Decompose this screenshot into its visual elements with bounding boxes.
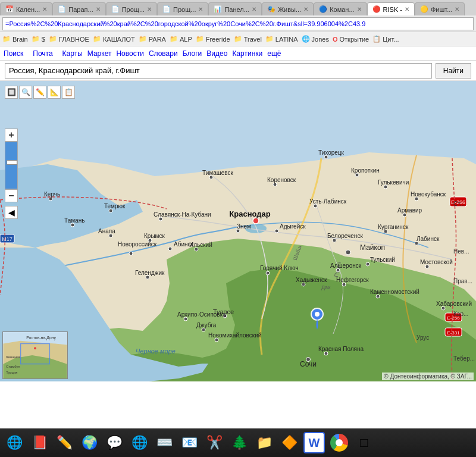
tab-tab1[interactable]: 📅Кален...✕ — [0, 2, 52, 15]
map-tool-2[interactable]: 🔍 — [19, 86, 32, 99]
skype-icon[interactable]: 💬 — [104, 432, 125, 453]
tab-tab8[interactable]: 🔴RISK -✕ — [367, 2, 415, 15]
cone-icon[interactable]: 🔶 — [278, 432, 300, 453]
keyboard-icon[interactable]: ⌨️ — [154, 432, 175, 453]
svg-text:Дах: Дах — [321, 284, 331, 290]
svg-text:Темрюк: Темрюк — [104, 203, 126, 209]
map-container[interactable]: Шебш Пшиш Дах E-266 E-256 E-331 M17 Крас… — [0, 81, 476, 381]
search-button[interactable]: Найти — [436, 63, 471, 79]
nav-link-5[interactable]: Словари — [149, 49, 178, 58]
bookmark-freeride[interactable]: 📁Freeride — [196, 35, 230, 43]
svg-text:Нев...: Нев... — [453, 248, 469, 255]
nav-bar: Поиск Почта КартыМаркетНовостиСловариБло… — [0, 46, 476, 61]
attribution-text: © Донтеоинформатика, © ЗАГ... — [382, 373, 474, 380]
bookmark-para[interactable]: 📁PARA — [139, 35, 166, 43]
svg-text:Тамань: Тамань — [64, 217, 84, 224]
address-bar-row — [0, 15, 476, 32]
map-toolbar: 🔲 🔍 ✏️ 📐 📋 — [5, 86, 75, 99]
bookmark-brain[interactable]: 📁Brain — [2, 35, 28, 43]
bookmark-[interactable]: 📁$ — [32, 35, 45, 43]
svg-text:Ростов-на-Дону: Ростов-на-Дону — [26, 336, 56, 340]
zoom-handle[interactable] — [7, 160, 17, 165]
tree-icon[interactable]: 🌲 — [228, 432, 250, 453]
svg-text:Джубга: Джубга — [196, 322, 217, 328]
map-tool-4[interactable]: 📐 — [48, 86, 61, 99]
app-icon[interactable]: □ — [353, 432, 375, 453]
svg-text:E-331: E-331 — [447, 330, 460, 336]
svg-point-108 — [34, 347, 36, 349]
map-search-input[interactable] — [5, 63, 432, 79]
bookmark-jones[interactable]: 🌐Jones — [302, 35, 329, 43]
bookmark-latina[interactable]: 📁LATINA — [265, 35, 298, 43]
svg-point-56 — [275, 229, 278, 233]
nav-link-0[interactable]: Поиск — [4, 49, 23, 58]
svg-text:M17: M17 — [2, 236, 12, 242]
nav-link-2[interactable]: Карты — [62, 49, 83, 58]
map-tool-1[interactable]: 🔲 — [5, 86, 18, 99]
nav-link-7[interactable]: Видео — [206, 49, 227, 58]
svg-text:Черное море: Черное море — [136, 348, 176, 355]
svg-text:Кореновск: Кореновск — [267, 177, 296, 183]
nav-link-4[interactable]: Новости — [116, 49, 143, 58]
svg-text:Хадыженск: Хадыженск — [296, 277, 327, 283]
svg-text:Прав...: Прав... — [453, 278, 472, 284]
nav-link-3[interactable]: Маркет — [87, 49, 112, 58]
tab-tab5[interactable]: 📊Панел...✕ — [208, 2, 261, 15]
address-input[interactable] — [2, 17, 474, 30]
bookmarks-bar: 📁Brain📁$📁ГЛАВНОЕ📁КАШАЛОТ📁PARA📁ALP📁Freeri… — [0, 32, 476, 46]
tab-tab3[interactable]: 📄Прощ...✕ — [106, 2, 157, 15]
svg-text:Новомихайловский: Новомихайловский — [208, 332, 261, 339]
nav-link-9[interactable]: ещё — [267, 49, 281, 58]
svg-text:Гулькевичи: Гулькевичи — [378, 179, 409, 186]
earth-icon[interactable]: 🌐 — [4, 432, 25, 453]
svg-text:Нефтегорск: Нефтегорск — [336, 277, 369, 283]
svg-text:Тульский: Тульский — [370, 256, 395, 263]
globe-icon[interactable]: 🌍 — [79, 432, 100, 453]
tab-tab6[interactable]: 🎭Живы...✕ — [262, 2, 314, 15]
nav-link-8[interactable]: Картинки — [232, 49, 262, 58]
scissors-icon[interactable]: ✂️ — [203, 432, 225, 453]
book-icon[interactable]: 📕 — [29, 432, 50, 453]
svg-point-60 — [168, 247, 172, 251]
nav-link-1[interactable]: Почта — [33, 49, 52, 58]
folder-icon[interactable]: 📁 — [253, 432, 275, 453]
word-icon[interactable]: W — [303, 432, 325, 453]
svg-point-54 — [266, 271, 270, 275]
mail-icon[interactable]: 📧 — [178, 432, 200, 453]
svg-point-104 — [315, 312, 320, 317]
tab-tab7[interactable]: 🔵Коман...✕ — [314, 2, 367, 15]
map-tool-3[interactable]: ✏️ — [33, 86, 46, 99]
map-tool-5[interactable]: 📋 — [62, 86, 75, 99]
bookmark-alp[interactable]: 📁ALP — [170, 35, 192, 43]
zoom-in-button[interactable]: + — [5, 129, 18, 142]
tab-tab4[interactable]: 📄Прощ...✕ — [157, 2, 208, 15]
zoom-out-button[interactable]: − — [5, 189, 18, 202]
tab-tab9[interactable]: 🟡Фишт...✕ — [415, 2, 465, 15]
svg-text:Горячий Ключ: Горячий Ключ — [260, 265, 298, 271]
svg-text:Ст...: Ст... — [453, 201, 465, 207]
bookmark-[interactable]: 📁КАШАЛОТ — [93, 35, 135, 43]
svg-point-26 — [129, 252, 133, 255]
nav-link-6[interactable]: Блоги — [183, 49, 202, 58]
bookmark-[interactable]: 📁ГЛАВНОЕ — [49, 35, 89, 43]
svg-text:Майкоп: Майкоп — [360, 243, 385, 252]
svg-text:Знем: Знем — [237, 223, 251, 230]
globe2-icon[interactable]: 🌐 — [129, 432, 150, 453]
tab-tab2[interactable]: 📄Парап...✕ — [52, 2, 105, 15]
svg-point-22 — [346, 250, 350, 255]
pen-icon[interactable]: ✏️ — [54, 432, 75, 453]
bookmark-[interactable]: OОткрытие — [333, 36, 369, 43]
sidebar-toggle-button[interactable]: ◀ — [5, 206, 18, 219]
tab-bar: 📅Кален...✕📄Парап...✕📄Прощ...✕📄Прощ...✕📊П… — [0, 0, 476, 15]
svg-text:Тимашевск: Тимашевск — [202, 170, 233, 176]
chrome-icon[interactable] — [328, 432, 350, 453]
svg-text:Мостовской: Мостовской — [420, 259, 453, 265]
svg-text:Турция: Турция — [6, 371, 17, 374]
svg-text:Кишинев: Кишинев — [6, 355, 20, 359]
bookmark-[interactable]: 📋Цит... — [372, 35, 399, 43]
bookmark-travel[interactable]: 📁Travel — [234, 35, 262, 43]
svg-text:Алшеронск: Алшеронск — [330, 262, 362, 269]
svg-text:Усть-Лабинск: Усть-Лабинск — [309, 198, 347, 205]
svg-text:Крымск: Крымск — [144, 233, 165, 239]
zoom-slider[interactable] — [5, 142, 18, 189]
